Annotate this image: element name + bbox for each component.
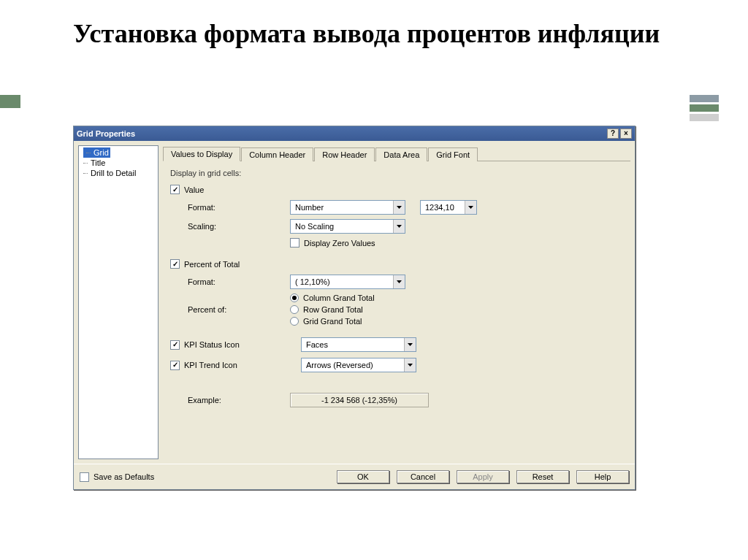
kpi-status-label: KPI Status Icon <box>184 340 264 349</box>
tab-data-area[interactable]: Data Area <box>375 147 427 161</box>
svg-marker-2 <box>397 225 402 228</box>
close-button[interactable]: × <box>620 129 632 139</box>
save-defaults-checkbox[interactable] <box>80 472 89 482</box>
radio-grid-total[interactable] <box>290 317 299 326</box>
tab-values-to-display[interactable]: Values to Display <box>163 147 240 161</box>
percent-format-dropdown[interactable]: ( 12,10%) <box>290 275 405 289</box>
save-defaults-label: Save as Defaults <box>94 472 154 481</box>
tree-item-grid[interactable]: Grid <box>83 147 110 158</box>
tab-content: Display in grid cells: Value Format: Num… <box>163 161 630 459</box>
value-label: Value <box>184 185 204 194</box>
radio-grid-label: Grid Grand Total <box>303 317 362 326</box>
svg-marker-5 <box>408 364 413 367</box>
format-sample-value: 1234,10 <box>421 201 465 214</box>
chevron-down-icon <box>404 338 416 351</box>
value-checkbox[interactable] <box>170 185 180 194</box>
svg-marker-3 <box>397 280 402 283</box>
kpi-status-checkbox[interactable] <box>170 340 180 350</box>
kpi-status-value: Faces <box>302 338 404 351</box>
tree-item-drill[interactable]: Drill to Detail <box>80 168 156 178</box>
slide-title: Установка формата вывода процентов инфля… <box>73 18 660 50</box>
display-in-cells-label: Display in grid cells: <box>170 169 627 177</box>
tab-grid-font[interactable]: Grid Font <box>428 147 478 161</box>
svg-marker-1 <box>468 206 473 209</box>
chevron-down-icon <box>393 220 405 233</box>
chevron-down-icon <box>404 358 416 372</box>
chevron-down-icon <box>393 201 405 214</box>
svg-marker-4 <box>408 343 413 346</box>
radio-row-total[interactable] <box>290 305 299 314</box>
accent-left <box>0 95 20 108</box>
format-dropdown[interactable]: Number <box>290 200 405 215</box>
titlebar: Grid Properties ? × <box>74 126 635 141</box>
tree-panel: Grid Title Drill to Detail <box>78 145 159 459</box>
apply-button[interactable]: Apply <box>457 470 509 483</box>
scaling-label: Scaling: <box>188 222 261 231</box>
reset-button[interactable]: Reset <box>516 470 569 483</box>
example-box: -1 234 568 (-12,35%) <box>290 393 429 407</box>
svg-marker-0 <box>397 206 402 209</box>
button-bar: Save as Defaults OK Cancel Apply Reset H… <box>74 464 635 489</box>
percent-of-label: Percent of: <box>188 305 261 314</box>
percent-total-checkbox[interactable] <box>170 259 180 269</box>
help-dialog-button[interactable]: Help <box>576 470 629 483</box>
help-button[interactable]: ? <box>607 129 619 139</box>
scaling-dropdown[interactable]: No Scaling <box>290 219 405 234</box>
kpi-status-dropdown[interactable]: Faces <box>301 337 416 352</box>
main-panel: Values to Display Column Header Row Head… <box>163 145 630 459</box>
percent-format-label: Format: <box>188 277 261 286</box>
percent-format-value: ( 12,10%) <box>291 275 393 288</box>
ok-button[interactable]: OK <box>337 470 389 483</box>
tab-row-header[interactable]: Row Header <box>314 147 375 161</box>
radio-row-label: Row Grand Total <box>303 305 363 314</box>
kpi-trend-value: Arrows (Reversed) <box>302 358 404 372</box>
format-value: Number <box>291 201 393 214</box>
radio-column-label: Column Grand Total <box>303 294 375 302</box>
percent-total-label: Percent of Total <box>184 260 240 269</box>
example-label: Example: <box>188 396 283 404</box>
radio-column-total[interactable] <box>290 294 299 302</box>
tab-bar: Values to Display Column Header Row Head… <box>163 145 630 161</box>
accent-right <box>690 95 719 121</box>
grid-properties-dialog: Grid Properties ? × Grid Title Drill to … <box>73 126 636 490</box>
dialog-title: Grid Properties <box>77 129 606 138</box>
kpi-trend-label: KPI Trend Icon <box>184 361 264 369</box>
format-label: Format: <box>188 203 261 212</box>
kpi-trend-dropdown[interactable]: Arrows (Reversed) <box>301 358 416 372</box>
display-zero-label: Display Zero Values <box>304 239 375 248</box>
kpi-trend-checkbox[interactable] <box>170 361 180 370</box>
scaling-value: No Scaling <box>291 220 393 233</box>
chevron-down-icon <box>393 275 405 288</box>
chevron-down-icon <box>465 201 476 214</box>
tree-item-title[interactable]: Title <box>80 158 156 168</box>
display-zero-checkbox[interactable] <box>290 238 299 248</box>
tab-column-header[interactable]: Column Header <box>241 147 313 161</box>
cancel-button[interactable]: Cancel <box>397 470 449 483</box>
format-sample-dropdown[interactable]: 1234,10 <box>420 200 477 215</box>
